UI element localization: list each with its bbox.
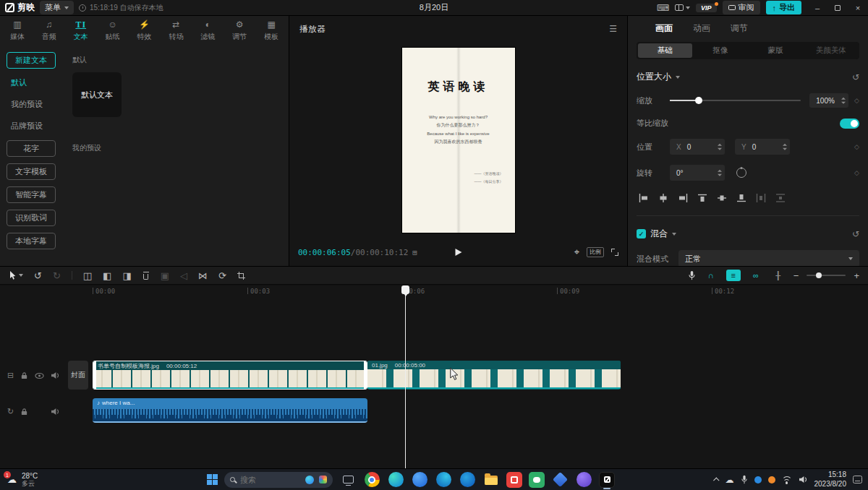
blend-checkbox[interactable]: ✓ bbox=[637, 229, 646, 238]
undo-button[interactable]: ↺ bbox=[34, 271, 42, 280]
rotate-stepper[interactable]: 0° bbox=[670, 165, 725, 181]
keyframe-icon[interactable]: ◇ bbox=[854, 97, 859, 104]
taskbar-app-chrome[interactable] bbox=[363, 471, 380, 489]
start-button[interactable] bbox=[207, 474, 218, 485]
menu-button[interactable]: 菜单 bbox=[40, 1, 74, 14]
distribute-horizontal-icon[interactable] bbox=[754, 192, 768, 204]
taskbar-app-system[interactable] bbox=[339, 471, 357, 489]
subtab-cutout[interactable]: 抠像 bbox=[694, 43, 748, 58]
tab-adjust[interactable]: ⚙调节 bbox=[224, 20, 255, 42]
nav-brand-presets[interactable]: 品牌预设 bbox=[7, 119, 56, 134]
timeline-panel[interactable]: 00:00 00:03 00:06 00:09 00:12 ⊟ 封面 书单号自制… bbox=[0, 285, 868, 468]
subtab-mask[interactable]: 蒙版 bbox=[749, 43, 803, 58]
align-bottom-icon[interactable] bbox=[734, 192, 749, 204]
clip-detail-icon[interactable]: ⊞ bbox=[412, 248, 417, 257]
position-y-stepper[interactable]: Y 0 bbox=[735, 139, 790, 155]
shortcut-keyboard-icon[interactable]: ⌨ bbox=[657, 3, 669, 13]
tab-audio[interactable]: ♫音频 bbox=[33, 20, 65, 42]
tab-filter[interactable]: ◐滤镜 bbox=[192, 20, 224, 42]
blend-mode-dropdown[interactable]: 正常 bbox=[678, 250, 859, 267]
tab-adjustment[interactable]: 调节 bbox=[731, 22, 748, 35]
tray-app-icon-blue[interactable] bbox=[754, 476, 762, 483]
aspect-ratio-button[interactable]: 比例 bbox=[587, 247, 604, 257]
volume-icon[interactable] bbox=[799, 476, 808, 483]
taskbar-app-purple[interactable] bbox=[575, 471, 592, 489]
review-button[interactable]: 审阅 bbox=[723, 1, 760, 14]
taskbar-app-explorer[interactable] bbox=[482, 471, 500, 489]
stepper-icons[interactable] bbox=[718, 144, 722, 150]
nav-my-presets[interactable]: 我的预设 bbox=[7, 97, 56, 112]
linkage-toggle[interactable]: ∞ bbox=[749, 270, 763, 281]
scale-slider-knob[interactable] bbox=[695, 97, 702, 104]
nav-default[interactable]: 默认 bbox=[7, 75, 56, 90]
timeline-zoom-slider[interactable] bbox=[807, 275, 846, 276]
shrink-track-icon[interactable]: ⊟ bbox=[7, 371, 14, 380]
align-right-icon[interactable] bbox=[676, 192, 690, 204]
preview-axis-toggle[interactable]: ╂ bbox=[771, 270, 786, 281]
nav-lyrics-recognition[interactable]: 识别歌词 bbox=[7, 210, 56, 226]
video-preview-canvas[interactable]: 英语晚读 Why are you working so hard? 你为什么要那… bbox=[402, 48, 515, 233]
split-button[interactable]: ◫ bbox=[83, 271, 92, 280]
stepper-icons[interactable] bbox=[783, 144, 787, 150]
tab-transition[interactable]: ⇄转场 bbox=[160, 20, 192, 42]
tab-sticker[interactable]: ☺贴纸 bbox=[97, 20, 129, 42]
nav-auto-captions[interactable]: 智能字幕 bbox=[7, 186, 56, 203]
notification-center-icon[interactable] bbox=[853, 476, 862, 483]
trim-handle-left[interactable] bbox=[93, 361, 96, 389]
rotate-button[interactable]: ⟳ bbox=[218, 271, 226, 280]
default-text-tile[interactable]: 默认文本 bbox=[72, 72, 122, 117]
maximize-button[interactable] bbox=[827, 0, 848, 15]
taskbar-search[interactable] bbox=[224, 472, 333, 488]
zoom-slider-knob[interactable] bbox=[816, 272, 822, 278]
layout-switch-button[interactable] bbox=[675, 4, 690, 11]
tab-effects[interactable]: ⚡特效 bbox=[129, 20, 161, 42]
align-center-horizontal-icon[interactable] bbox=[656, 192, 671, 204]
tab-template[interactable]: ▦模板 bbox=[255, 20, 287, 42]
taskbar-app-red[interactable] bbox=[506, 472, 522, 488]
nav-local-subtitles[interactable]: 本地字幕 bbox=[7, 233, 56, 249]
mirror-button[interactable]: ⋈ bbox=[198, 271, 208, 280]
taskbar-app-browser-blue[interactable] bbox=[411, 471, 428, 489]
align-top-icon[interactable] bbox=[695, 192, 710, 204]
player-menu-icon[interactable]: ☰ bbox=[609, 24, 617, 34]
reverse-button[interactable]: ◁ bbox=[180, 271, 187, 280]
mute-track-icon[interactable] bbox=[51, 371, 60, 379]
tab-text[interactable]: TI文本 bbox=[65, 20, 97, 42]
tray-app-icon-orange[interactable] bbox=[768, 476, 775, 483]
delete-left-button[interactable]: ◧ bbox=[103, 271, 111, 280]
collapse-icon[interactable] bbox=[676, 76, 680, 79]
taskbar-app-blue-gem[interactable] bbox=[551, 471, 569, 489]
delete-button[interactable] bbox=[142, 272, 150, 280]
tab-picture[interactable]: 画面 bbox=[655, 22, 673, 35]
zoom-in-button[interactable]: + bbox=[854, 271, 859, 280]
taskbar-weather-widget[interactable]: ☁1 28°C 多云 bbox=[0, 472, 38, 488]
align-center-vertical-icon[interactable] bbox=[715, 192, 729, 204]
video-clip-1[interactable]: 书单号自制模板海报.jpg 00:00:05:12 bbox=[93, 361, 367, 390]
nav-text-templates[interactable]: 文字模板 bbox=[7, 163, 56, 180]
collapse-icon[interactable] bbox=[672, 233, 676, 236]
taskbar-app-edge-2[interactable] bbox=[459, 471, 476, 489]
subtab-basic[interactable]: 基础 bbox=[638, 43, 692, 58]
preview-focus-icon[interactable]: ⌖ bbox=[574, 246, 579, 258]
nav-new-text[interactable]: 新建文本 bbox=[7, 52, 56, 69]
crop-button[interactable] bbox=[237, 272, 245, 280]
wifi-icon[interactable] bbox=[782, 476, 792, 483]
record-voiceover-button[interactable] bbox=[688, 270, 696, 280]
taskbar-app-green[interactable] bbox=[529, 472, 545, 488]
delete-right-button[interactable]: ◨ bbox=[122, 271, 131, 280]
nav-fancy-text[interactable]: 花字 bbox=[7, 140, 56, 157]
hidden-icons-chevron[interactable] bbox=[713, 477, 719, 483]
distribute-vertical-icon[interactable] bbox=[773, 192, 788, 204]
uniform-scale-toggle[interactable] bbox=[840, 119, 859, 129]
close-button[interactable]: × bbox=[848, 0, 868, 15]
stepper-icons[interactable] bbox=[718, 170, 722, 176]
taskbar-clock[interactable]: 15:18 2023/8/20 bbox=[814, 470, 847, 489]
vip-badge[interactable]: VIP bbox=[696, 4, 717, 12]
main-track-magnet-toggle[interactable]: ∩ bbox=[704, 270, 718, 281]
audio-clip[interactable]: ♪ where I wa... bbox=[93, 398, 367, 423]
redo-button[interactable]: ↻ bbox=[53, 271, 61, 280]
minimize-button[interactable]: – bbox=[807, 0, 827, 15]
freeze-frame-button[interactable]: ▣ bbox=[161, 271, 169, 280]
fullscreen-icon[interactable] bbox=[611, 249, 618, 256]
reset-blend-icon[interactable]: ↺ bbox=[852, 229, 859, 239]
